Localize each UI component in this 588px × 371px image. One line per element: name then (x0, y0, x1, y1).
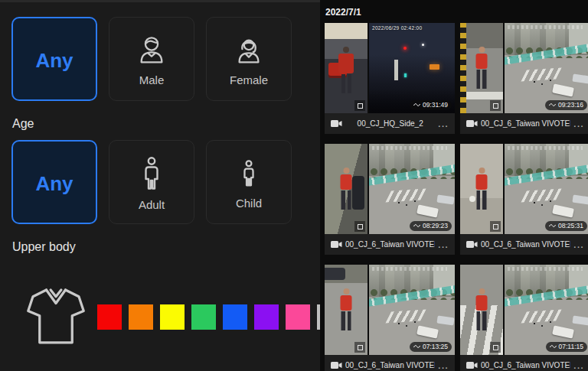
gender-option-any[interactable]: Any (11, 17, 97, 101)
thumbnail-pair: 07:11:15 (460, 265, 588, 355)
crop-frame-icon (490, 342, 501, 353)
scene-thumbnail[interactable]: 08:29:23 (369, 144, 455, 234)
person-crop-thumbnail[interactable] (325, 23, 368, 113)
card-label-bar: 00_CJ_6_Taiwan VIVOTEK HQ_6F ... (460, 234, 588, 255)
detection-time: 08:25:31 (558, 222, 583, 229)
gender-option-female[interactable]: Female (206, 17, 292, 101)
color-swatch[interactable] (286, 304, 310, 330)
age-child-label: Child (236, 197, 262, 210)
age-option-child[interactable]: Child (206, 140, 292, 224)
detection-time: 07:11:15 (559, 343, 583, 350)
scene-thumbnail[interactable]: 07:13:25 (369, 265, 455, 355)
detection-time: 09:31:49 (423, 101, 448, 109)
result-card[interactable]: 2022/06/29 02:42:00 09:31:49 00_CJ_HQ_Si… (325, 23, 455, 134)
jump-to-time-icon (549, 103, 556, 107)
camcorder-icon (331, 119, 342, 128)
timestamp-badge: 08:29:23 (410, 221, 452, 231)
app-root: Any Male (0, 0, 588, 371)
scene-van (552, 83, 574, 96)
person-crop-thumbnail[interactable] (460, 265, 503, 355)
age-option-any[interactable]: Any (11, 140, 97, 224)
night-red-light (403, 47, 407, 50)
timestamp-badge: 09:23:16 (545, 100, 587, 110)
results-grid: 2022/06/29 02:42:00 09:31:49 00_CJ_HQ_Si… (325, 23, 583, 371)
color-palette (97, 304, 320, 330)
more-options-button[interactable]: ... (438, 240, 449, 249)
gender-female-label: Female (230, 73, 268, 86)
scene-car (436, 195, 454, 205)
person-crop-thumbnail[interactable] (460, 144, 503, 234)
jump-to-time-icon (549, 223, 556, 228)
scene-thumbnail[interactable]: 2022/06/29 02:42:00 09:31:49 (369, 23, 455, 113)
card-label-bar: 00_CJ_6_Taiwan VIVOTEK HQ_6F ... (325, 355, 455, 371)
scene-van (416, 325, 439, 338)
person-crop-thumbnail[interactable] (460, 23, 503, 113)
camera-name: 00_CJ_6_Taiwan VIVOTEK HQ_6F (481, 240, 570, 249)
crop-scenery (460, 23, 466, 113)
thumbnail-pair: 09:23:16 (460, 23, 588, 113)
crop-scenery (469, 196, 475, 202)
scene-osd-smudge (508, 146, 583, 150)
scene-car (572, 74, 588, 84)
scene-van (552, 325, 574, 338)
detection-time: 07:13:25 (423, 343, 448, 350)
age-option-adult[interactable]: Adult (109, 140, 194, 224)
more-options-button[interactable]: ... (438, 119, 449, 129)
night-sign-light (430, 64, 439, 70)
more-options-button[interactable]: ... (573, 361, 584, 370)
scene-osd-smudge (372, 146, 447, 150)
jump-to-time-icon (413, 103, 420, 107)
more-options-button[interactable]: ... (438, 361, 449, 370)
card-label-bar: 00_CJ_6_Taiwan VIVOTEK HQ_6F ... (325, 234, 455, 255)
color-swatch[interactable] (254, 304, 279, 330)
female-icon (233, 34, 265, 67)
scene-osd-smudge (508, 25, 583, 29)
camera-name: 00_CJ_6_Taiwan VIVOTEK HQ_6F (345, 361, 435, 369)
jump-to-time-icon (550, 344, 557, 349)
color-swatch[interactable] (223, 304, 247, 330)
person-crop-thumbnail[interactable] (325, 144, 368, 234)
night-cyan-light (404, 73, 407, 77)
thumbnail-pair: 07:13:25 (325, 265, 455, 355)
result-card[interactable]: 09:23:16 00_CJ_6_Taiwan VIVOTEK HQ_6F ..… (460, 23, 588, 134)
gender-any-label: Any (35, 49, 73, 73)
more-options-button[interactable]: ... (573, 240, 584, 249)
date-header: 2022/7/1 (325, 7, 583, 18)
age-options-row: Any Adult Child (11, 140, 320, 224)
color-swatch[interactable] (97, 304, 122, 330)
more-options-button[interactable]: ... (573, 119, 584, 129)
gender-male-label: Male (139, 73, 165, 86)
age-section-label: Age (12, 117, 320, 131)
result-card[interactable]: 07:11:15 00_CJ_6_Taiwan VIVOTEK HQ_6F ..… (460, 265, 588, 371)
camera-name: 00_CJ_HQ_Side_2 (345, 119, 435, 128)
color-swatch[interactable] (129, 304, 153, 330)
color-swatch[interactable] (191, 304, 216, 330)
upper-body-section-label: Upper body (12, 240, 320, 254)
scene-van (552, 204, 574, 217)
detected-person (476, 47, 488, 89)
scene-thumbnail[interactable]: 08:25:31 (505, 144, 588, 234)
gender-options-row: Any Male (11, 17, 320, 101)
crop-scenery (352, 176, 364, 210)
detected-person (341, 168, 352, 210)
camera-name: 00_CJ_6_Taiwan VIVOTEK HQ_6F (481, 361, 570, 369)
scene-thumbnail[interactable]: 09:23:16 (505, 23, 588, 113)
scene-osd-smudge (508, 267, 583, 271)
jump-to-time-icon (413, 223, 420, 228)
scene-car (436, 316, 454, 326)
crop-scenery (325, 268, 345, 280)
thumbnail-pair: 08:25:31 (460, 144, 588, 234)
result-card[interactable]: 07:13:25 00_CJ_6_Taiwan VIVOTEK HQ_6F ..… (325, 265, 455, 371)
scene-thumbnail[interactable]: 07:11:15 (505, 265, 588, 355)
result-card[interactable]: 08:25:31 00_CJ_6_Taiwan VIVOTEK HQ_6F ..… (460, 144, 588, 255)
adult-icon (136, 156, 167, 191)
detection-time: 08:29:23 (423, 222, 448, 229)
upper-body-color-row (25, 285, 320, 349)
gender-option-male[interactable]: Male (109, 17, 194, 101)
card-label-bar: 00_CJ_6_Taiwan VIVOTEK HQ_6F ... (460, 355, 588, 371)
result-card[interactable]: 08:29:23 00_CJ_6_Taiwan VIVOTEK HQ_6F ..… (325, 144, 455, 255)
color-swatch[interactable] (160, 304, 185, 330)
scene-van (416, 204, 439, 217)
person-crop-thumbnail[interactable] (325, 265, 368, 355)
polo-shirt-icon (25, 285, 87, 349)
